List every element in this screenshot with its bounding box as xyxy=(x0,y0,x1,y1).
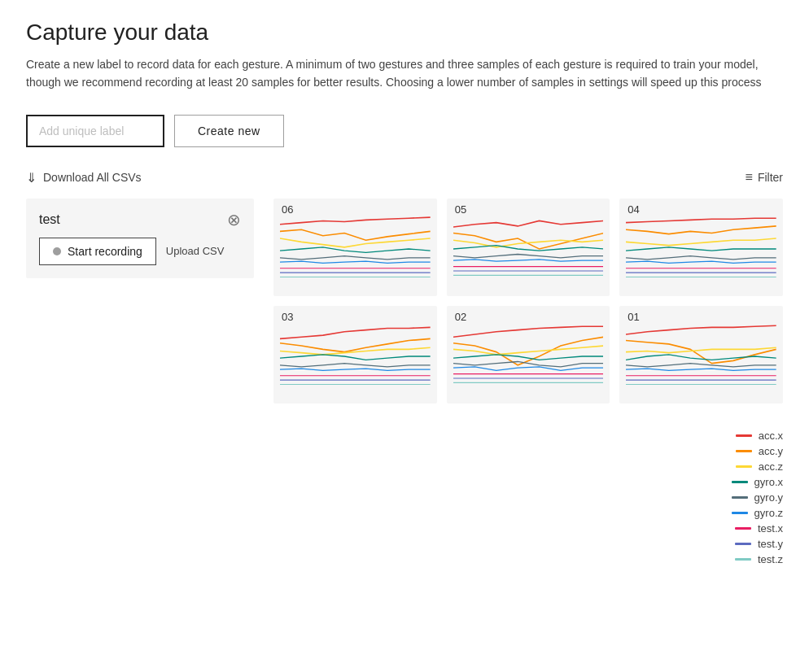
label-input[interactable] xyxy=(26,115,164,147)
chart-01: 01 xyxy=(619,306,783,404)
legend-acc-y-color xyxy=(736,450,752,452)
legend-gyro-z: gyro.z xyxy=(732,507,783,519)
download-label: Download All CSVs xyxy=(43,171,142,184)
legend-gyro-y-color xyxy=(732,496,748,499)
page-title: Capture your data xyxy=(26,20,783,46)
legend-test-z-label: test.z xyxy=(758,553,783,565)
filter-icon: ≡ xyxy=(746,170,753,185)
label-card: test ⊗ Start recording Upload CSV xyxy=(26,199,254,278)
legend-gyro-y-label: gyro.y xyxy=(754,491,783,504)
charts-area: 06 xyxy=(273,199,783,565)
record-button-label: Start recording xyxy=(68,245,142,258)
create-new-button[interactable]: Create new xyxy=(174,115,284,147)
legend-gyro-z-color xyxy=(732,512,748,514)
legend-test-z-color xyxy=(735,558,751,561)
download-all-csvs-button[interactable]: ⇓ Download All CSVs xyxy=(26,170,142,185)
chart-06: 06 xyxy=(273,199,437,296)
legend-gyro-x: gyro.x xyxy=(732,476,783,488)
chart-04: 04 xyxy=(619,199,783,296)
label-card-actions: Start recording Upload CSV xyxy=(39,238,241,265)
page-description: Create a new label to record data for ea… xyxy=(26,55,775,92)
filter-control[interactable]: ≡ Filter xyxy=(746,170,783,185)
legend-test-y: test.y xyxy=(735,538,783,550)
legend-gyro-y: gyro.y xyxy=(732,491,783,504)
chart-02: 02 xyxy=(447,306,610,404)
main-content: test ⊗ Start recording Upload CSV 06 xyxy=(26,199,783,565)
legend-acc-x-label: acc.x xyxy=(759,430,783,442)
legend-test-y-label: test.y xyxy=(758,538,783,550)
legend-test-y-color xyxy=(735,543,751,545)
legend-acc-z-label: acc.z xyxy=(759,460,783,473)
legend-acc-z-color xyxy=(736,465,752,468)
chart-01-label: 01 xyxy=(628,311,639,323)
legend-acc-z: acc.z xyxy=(736,460,783,473)
chart-04-label: 04 xyxy=(628,203,639,216)
filter-label: Filter xyxy=(758,171,783,184)
legend-acc-x-color xyxy=(736,434,752,437)
toolbar: ⇓ Download All CSVs ≡ Filter xyxy=(26,170,783,185)
legend-gyro-x-label: gyro.x xyxy=(754,476,783,488)
top-controls: Create new xyxy=(26,115,783,147)
charts-grid: 06 xyxy=(273,199,783,404)
record-dot-icon xyxy=(53,247,61,255)
label-name: test xyxy=(39,212,60,227)
chart-03: 03 xyxy=(273,306,437,404)
legend-acc-x: acc.x xyxy=(736,430,783,442)
legend-test-x: test.x xyxy=(735,522,783,535)
chart-05-label: 05 xyxy=(455,203,466,216)
legend-test-z: test.z xyxy=(735,553,783,565)
legend-test-x-label: test.x xyxy=(758,522,783,535)
chart-05: 05 xyxy=(447,199,610,296)
legend-test-x-color xyxy=(735,527,751,530)
chart-06-label: 06 xyxy=(282,203,293,216)
legend-gyro-z-label: gyro.z xyxy=(754,507,783,519)
chart-03-label: 03 xyxy=(282,311,293,323)
legend-acc-y-label: acc.y xyxy=(759,445,783,457)
legend-area: acc.x acc.y acc.z gyro.x gyro.y gyro.z xyxy=(273,430,783,565)
label-card-header: test ⊗ xyxy=(39,212,241,228)
legend-gyro-x-color xyxy=(732,481,748,483)
chart-02-label: 02 xyxy=(455,311,466,323)
start-recording-button[interactable]: Start recording xyxy=(39,238,156,265)
sidebar: test ⊗ Start recording Upload CSV xyxy=(26,199,254,565)
download-icon: ⇓ xyxy=(26,170,37,185)
legend-acc-y: acc.y xyxy=(736,445,783,457)
close-icon[interactable]: ⊗ xyxy=(227,212,241,228)
upload-csv-link[interactable]: Upload CSV xyxy=(166,245,225,257)
